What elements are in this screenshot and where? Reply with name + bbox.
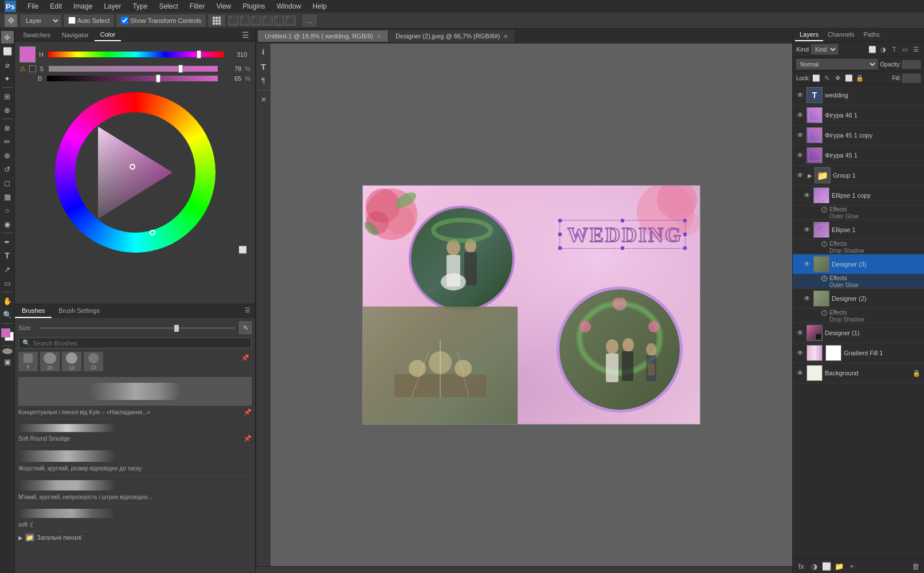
type-tool[interactable]: T — [1, 249, 14, 262]
brush-group-general[interactable]: ▶ 📁 Загальні пензлі — [18, 532, 252, 543]
effects-vis-4[interactable]: f — [821, 310, 827, 316]
lock-pixel-btn[interactable]: ⬜ — [812, 73, 821, 83]
preset-pin-btn[interactable]: 📌 — [239, 352, 252, 371]
h-slider[interactable] — [48, 52, 224, 57]
add-mask-btn[interactable]: ⬜ — [821, 561, 832, 571]
add-fx-btn[interactable]: fx — [796, 561, 806, 571]
blur-tool[interactable]: ○ — [1, 204, 14, 217]
layer-vis-figura45[interactable]: 👁 — [796, 151, 804, 159]
layer-vis-ellipse1copy[interactable]: 👁 — [803, 191, 811, 199]
opacity-input[interactable] — [902, 60, 921, 69]
color-pair[interactable] — [1, 328, 14, 343]
new-group-btn[interactable]: 📁 — [834, 561, 844, 571]
crop-tool[interactable]: ⊞ — [1, 90, 14, 103]
align-left-btn[interactable]: ⬛ — [228, 15, 238, 26]
brush-preset-2[interactable]: 20 — [40, 352, 60, 371]
brush-preset-3[interactable]: 10 — [62, 352, 81, 371]
menu-view[interactable]: View — [214, 1, 233, 11]
tool-mode-select[interactable]: Layer — [21, 15, 61, 26]
screen-mode-tool[interactable]: ▣ — [1, 355, 14, 368]
align-center-h-btn[interactable]: ⬛ — [240, 15, 250, 26]
auto-select-btn[interactable]: Auto Select — [64, 15, 113, 26]
add-adjustment-btn[interactable]: ◑ — [809, 561, 819, 571]
layer-figura46[interactable]: 👁 Фігура 46 1 — [793, 105, 924, 125]
tab-close-designer[interactable]: ✕ — [503, 33, 508, 40]
layer-designer2[interactable]: 👁 Designer (2) — [793, 289, 924, 309]
menu-layer[interactable]: Layer — [101, 1, 123, 11]
marquee-tool[interactable]: ⬜ — [1, 45, 14, 57]
s-thumb[interactable] — [178, 65, 183, 73]
kind-select[interactable]: Kind — [811, 44, 838, 54]
menu-type[interactable]: Type — [130, 1, 150, 11]
effects-vis-1[interactable]: f — [821, 207, 827, 213]
align-right-btn[interactable]: ⬛ — [251, 15, 261, 26]
eyedropper-tool[interactable]: ⊕ — [1, 104, 14, 116]
canvas-viewport[interactable]: WEDDING — [271, 44, 792, 566]
quick-select-tool[interactable]: ✦ — [1, 72, 14, 85]
grid-btn[interactable] — [209, 15, 225, 26]
menu-window[interactable]: Window — [275, 1, 304, 11]
lasso-tool[interactable]: ⌀ — [1, 58, 14, 71]
lock-all-btn[interactable]: 🔒 — [855, 73, 864, 83]
web-color-btn[interactable] — [29, 65, 36, 72]
brush-edit-btn[interactable]: ✎ — [239, 321, 252, 334]
saturation-brightness-triangle[interactable] — [75, 112, 195, 233]
align-center-v-btn[interactable]: ⬛ — [274, 15, 284, 26]
clone-tool[interactable]: ⊕ — [1, 149, 14, 162]
brush-preset-4[interactable]: 15 — [84, 352, 103, 371]
rp-tab-paths[interactable]: Paths — [859, 29, 884, 41]
brush-tool[interactable]: ✏ — [1, 135, 14, 148]
tab-navigator[interactable]: Navigator — [56, 29, 95, 41]
rp-tab-channels[interactable]: Channels — [823, 29, 859, 41]
layer-icon-type[interactable]: T — [890, 45, 899, 54]
menu-image[interactable]: Image — [71, 1, 95, 11]
layer-vis-bg[interactable]: 👁 — [796, 369, 804, 377]
layer-vis-designer1[interactable]: 👁 — [796, 329, 804, 337]
transform-checkbox[interactable] — [121, 17, 128, 24]
menu-select[interactable]: Select — [156, 1, 180, 11]
layer-vis-designer2[interactable]: 👁 — [803, 295, 811, 303]
group-expand-btn[interactable]: ▶ — [808, 172, 812, 179]
b-thumb[interactable] — [156, 74, 160, 83]
brush-preset-1[interactable]: 9 — [18, 352, 38, 371]
new-layer-btn[interactable]: + — [847, 561, 857, 571]
paragraph-btn[interactable]: ¶ — [257, 74, 270, 87]
h-thumb[interactable] — [197, 50, 201, 58]
s-slider[interactable] — [49, 66, 218, 72]
layer-background[interactable]: 👁 Background 🔒 — [793, 363, 924, 383]
konts-pin[interactable]: 📌 — [244, 409, 252, 416]
info-panel-btn[interactable]: ℹ — [257, 46, 270, 58]
shape-tool[interactable]: ▭ — [1, 277, 14, 289]
panel-menu-btn[interactable]: ☰ — [238, 29, 253, 41]
brush-item-soft2[interactable]: М'який, круглий, непрозорість і штрих ві… — [18, 476, 252, 504]
transform-controls-btn[interactable]: Show Transform Controls — [117, 15, 205, 26]
delete-layer-btn[interactable]: 🗑 — [910, 561, 921, 571]
tab-swatches[interactable]: Swatches — [17, 29, 56, 41]
history-brush-tool[interactable]: ↺ — [1, 163, 14, 175]
align-top-btn[interactable]: ⬛ — [263, 15, 273, 26]
auto-select-checkbox[interactable] — [68, 17, 76, 24]
layer-icon-smart[interactable]: ☰ — [911, 45, 921, 54]
menu-edit[interactable]: Edit — [48, 1, 64, 11]
layer-vis-ellipse1[interactable]: 👁 — [803, 226, 811, 234]
brush-size-slider[interactable] — [39, 327, 236, 329]
brushes-panel-menu[interactable]: ☰ — [240, 304, 255, 318]
color-wheel[interactable] — [55, 92, 216, 253]
soft-round-pin[interactable]: 📌 — [244, 435, 252, 442]
search-input[interactable] — [33, 340, 248, 347]
layer-designer3[interactable]: 👁 Designer (3) — [793, 254, 924, 274]
brush-size-handle[interactable] — [174, 325, 179, 332]
pen-tool[interactable]: ✒ — [1, 236, 14, 248]
layer-vis-figura46[interactable]: 👁 — [796, 111, 804, 119]
lock-draw-btn[interactable]: ✎ — [823, 73, 832, 83]
type-tool-rt[interactable]: T — [257, 60, 270, 73]
dodge-tool[interactable]: ◉ — [1, 218, 14, 230]
layer-icon-pixel[interactable]: ⬜ — [868, 45, 877, 54]
rp-tab-layers[interactable]: Layers — [795, 29, 823, 41]
fill-input[interactable] — [902, 74, 921, 83]
foreground-color[interactable] — [1, 328, 10, 337]
lock-position-btn[interactable]: ✥ — [833, 73, 843, 83]
zoom-tool[interactable]: 🔍 — [1, 308, 14, 321]
gradient-tool[interactable]: ▦ — [1, 190, 14, 203]
layer-ellipse1[interactable]: 👁 Ellipse 1 — [793, 220, 924, 240]
